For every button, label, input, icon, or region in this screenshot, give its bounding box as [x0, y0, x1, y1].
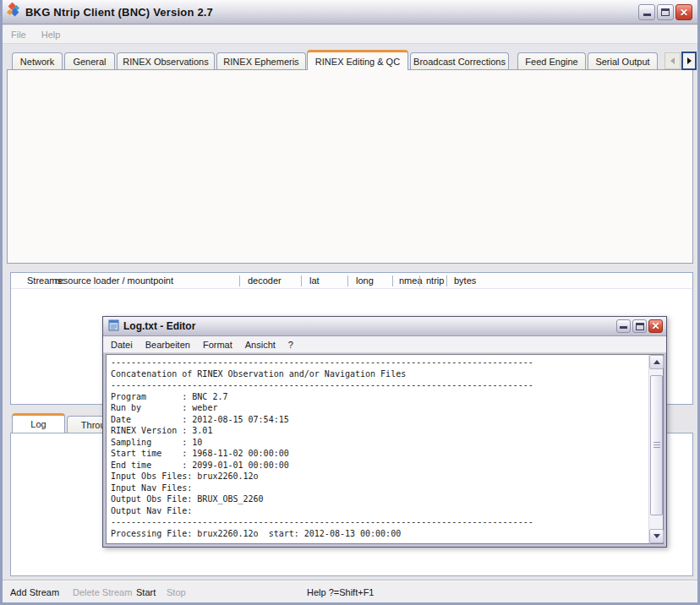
col-long: long [356, 275, 374, 286]
maximize-icon [661, 8, 670, 16]
tab-rinex-observations[interactable]: RINEX Observations [117, 52, 215, 69]
editor-close-button[interactable]: ✕ [648, 319, 663, 333]
column-divider [239, 275, 240, 286]
scrollbar-thumb[interactable] [650, 375, 663, 515]
column-divider [347, 275, 348, 286]
maximize-button[interactable] [657, 4, 674, 20]
main-titlebar: BKG Ntrip Client (BNC) Version 2.7 ✕ [0, 0, 700, 25]
tab-log[interactable]: Log [12, 413, 65, 433]
start-button[interactable]: Start [136, 587, 156, 597]
menu-file[interactable]: File [11, 30, 26, 40]
editor-title: Log.txt - Editor [123, 320, 195, 332]
tab-scroll-right-button[interactable] [681, 52, 697, 70]
minimize-button[interactable] [638, 4, 655, 20]
column-divider [392, 275, 393, 286]
column-divider [301, 275, 302, 286]
bottom-toolbar: Add Stream Delete Stream Start Stop Help… [0, 580, 700, 605]
editor-maximize-button[interactable] [632, 319, 647, 333]
column-divider [446, 275, 447, 286]
editor-window: Log.txt - Editor ✕ Datei Bearbeiten Form… [102, 316, 667, 548]
tab-scroll-left-button[interactable] [664, 52, 681, 69]
close-icon: ✕ [680, 8, 688, 18]
editor-menu-hilfe[interactable]: ? [288, 340, 293, 350]
window-controls: ✕ [638, 4, 692, 20]
arrow-down-icon [654, 534, 660, 538]
editor-menu-ansicht[interactable]: Ansicht [245, 340, 276, 350]
tab-network[interactable]: Network [12, 52, 63, 69]
editor-text-content[interactable]: ----------------------------------------… [107, 355, 648, 543]
rinex-editing-page [7, 69, 693, 264]
editor-menu-format[interactable]: Format [203, 340, 232, 350]
tab-serial-output[interactable]: Serial Output [588, 52, 658, 69]
editor-menu-datei[interactable]: Datei [111, 340, 133, 350]
arrow-up-icon [654, 360, 660, 364]
streams-header: Streams: resource loader / mountpoint de… [11, 273, 692, 289]
minimize-icon [643, 14, 651, 16]
scroll-up-button[interactable] [649, 355, 664, 369]
main-menubar: File Help [0, 25, 700, 44]
tab-broadcast-corrections[interactable]: Broadcast Corrections [410, 52, 509, 69]
tab-general[interactable]: General [64, 52, 115, 69]
window-title: BKG Ntrip Client (BNC) Version 2.7 [25, 6, 213, 19]
col-decoder: decoder [248, 275, 282, 286]
editor-menu-bearbeiten[interactable]: Bearbeiten [145, 340, 190, 350]
delete-stream-button: Delete Stream [73, 587, 132, 597]
minimize-icon [620, 326, 627, 329]
col-mountpoint: resource loader / mountpoint [55, 275, 173, 286]
col-bytes: bytes [454, 275, 476, 286]
arrow-left-icon [670, 57, 675, 64]
notepad-icon [107, 319, 120, 335]
editor-minimize-button[interactable] [616, 319, 631, 333]
maximize-icon [636, 323, 644, 330]
arrow-right-icon [687, 57, 692, 64]
menu-help[interactable]: Help [41, 30, 61, 40]
tab-rinex-editing-qc[interactable]: RINEX Editing & QC [307, 50, 408, 70]
close-button[interactable]: ✕ [675, 4, 692, 20]
add-stream-button[interactable]: Add Stream [10, 587, 59, 597]
editor-menubar: Datei Bearbeiten Format Ansicht ? [103, 336, 666, 353]
col-lat: lat [309, 275, 320, 286]
editor-vertical-scrollbar[interactable] [648, 355, 663, 543]
scrollbar-grip-icon [654, 442, 660, 450]
col-ntrip: ntrip [426, 275, 444, 286]
tab-feed-engine[interactable]: Feed Engine [517, 52, 586, 69]
help-shortcut-text: Help ?=Shift+F1 [307, 587, 375, 597]
scroll-down-button[interactable] [649, 529, 664, 543]
bnc-app-icon [6, 3, 21, 21]
stop-button: Stop [167, 587, 186, 597]
tab-rinex-ephemeris[interactable]: RINEX Ephemeris [216, 52, 306, 69]
editor-titlebar: Log.txt - Editor ✕ [103, 317, 666, 336]
main-window: BKG Ntrip Client (BNC) Version 2.7 ✕ Fil… [0, 0, 700, 605]
editor-body: ----------------------------------------… [106, 354, 664, 544]
close-icon: ✕ [651, 321, 659, 331]
column-divider [419, 275, 420, 286]
editor-window-controls: ✕ [616, 319, 663, 333]
